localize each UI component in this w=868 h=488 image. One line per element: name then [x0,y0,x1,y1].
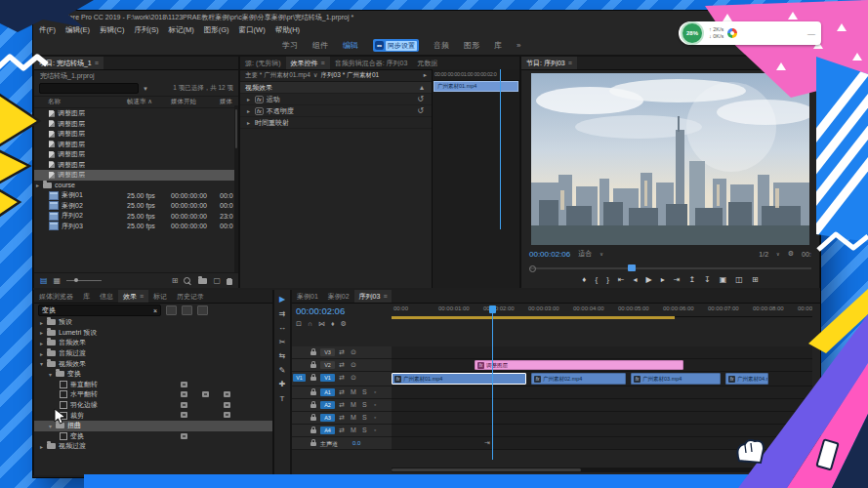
filter-funnel-icon[interactable]: ▼ [143,86,148,92]
lock-icon[interactable] [310,391,316,395]
playhead-marker[interactable] [489,305,496,313]
go-to-in-button[interactable]: ⇤ [618,275,625,284]
tab-audio-clip-mixer[interactable]: 音频剪辑混合器: 序列03 [330,57,413,69]
scroll-knob-icon[interactable] [812,399,818,405]
project-item-adjustment-layer[interactable]: 调整图层 [34,119,238,130]
project-item-sequence[interactable]: 序列03 25.00 fps 00:00:00:00 00:0 [34,222,238,232]
menu-clip[interactable]: 剪辑(C) [100,25,124,35]
tree-item-transform-effect[interactable]: 变换 [34,431,272,442]
find-icon[interactable] [184,277,190,284]
workspace-tab-audio[interactable]: 音频 [434,40,449,51]
clip-video-03[interactable]: fx 广州素材03.mp4 [631,373,721,385]
tree-item-crop[interactable]: 裁剪 [34,410,272,421]
workspace-overflow-button[interactable]: » [517,41,520,50]
clip-source-label[interactable]: 主要 * 广州素材01.mp4 [245,71,310,80]
widget-minimize-button[interactable]: — [807,29,815,38]
snap-magnet-icon[interactable]: ∩ [308,320,312,328]
project-item-sequence[interactable]: 序列02 25.00 fps 00:00:00:00 23:0 [34,211,238,222]
collapse-icon[interactable]: ▴ [420,83,424,92]
workspace-tab-libraries[interactable]: 库 [494,40,502,51]
lock-icon[interactable] [310,404,316,408]
voiceover-record-icon[interactable]: ◦ [374,401,376,408]
workspace-tab-editing[interactable]: 编辑 [343,40,358,51]
lock-icon[interactable] [310,417,316,421]
menu-file[interactable]: 件(F) [39,25,56,35]
menu-edit[interactable]: 编辑(E) [65,25,90,35]
hand-tool[interactable]: ✚ [279,380,286,388]
project-item-adjustment-layer[interactable]: 调整图层 [34,160,238,171]
extract-button[interactable]: ↧ [704,275,711,284]
voiceover-record-icon[interactable]: ◦ [374,427,376,433]
tree-item-transform-bin[interactable]: ▾变换 [34,369,272,380]
track-v1-lane[interactable]: fx 广州素材01.mp4 fx 广州素材02.mp4 fx 广州素材03.mp… [392,372,812,386]
scroll-knob-icon[interactable] [812,387,818,393]
tree-item-audio-transitions[interactable]: ▸音频过渡 [34,348,272,359]
effects-search-input[interactable]: 变换 × [38,305,161,316]
track-master-lane[interactable]: ⇥ [392,437,812,450]
fit-dropdown[interactable]: 适合 [578,249,592,259]
tab-sequence-case02[interactable]: 案例02 [323,290,354,303]
yuv-effects-filter-icon[interactable] [197,305,208,315]
settings-wrench-icon[interactable]: ⚙ [788,250,794,258]
expander-icon[interactable]: ▸ [34,182,41,188]
mark-in-button[interactable]: { [595,275,598,284]
tree-item-feather-edges[interactable]: 羽化边缘 [34,400,272,411]
playback-resolution-dropdown[interactable]: 1/2 [759,251,768,258]
track-a4-header[interactable]: A4 ⇄ M S ◦ [292,425,392,437]
track-v2-header[interactable]: V2 ⇄ ⊙ [292,359,392,372]
tree-item-video-effects[interactable]: ▾视频效果 [34,358,272,369]
scrubber-track[interactable] [529,267,811,269]
track-a1-header[interactable]: A1 ⇄ M S ◦ [292,386,392,399]
workspace-tab-graphics[interactable]: 图形 [464,40,479,51]
effect-row-time-remapping[interactable]: ▸ 时间重映射 [240,117,432,129]
tab-markers[interactable]: 标记 [148,290,172,303]
project-item-adjustment-layer[interactable]: 调整图层 [34,129,238,140]
sync-lock-icon[interactable]: ⇄ [339,401,345,409]
project-item-sequence[interactable]: 案例01 25.00 fps 00:00:00:00 00:0 [34,190,238,201]
track-master-header[interactable]: 主声道 0.0 [292,437,392,450]
track-a2-lane[interactable] [392,399,812,412]
project-item-sequence[interactable]: 案例02 25.00 fps 00:00:00:00 00:0 [34,201,238,212]
fit-sequence-icon[interactable]: ⇥ [484,439,490,447]
project-item-adjustment-layer[interactable]: 调整图层 [34,149,238,160]
lift-button[interactable]: ↥ [688,275,695,284]
mute-button[interactable]: M [351,388,356,395]
source-patch-v1[interactable]: V1 [293,374,306,382]
playhead-line[interactable] [492,313,493,460]
voiceover-record-icon[interactable]: ◦ [374,388,376,395]
tab-source-monitor[interactable]: 源: (无剪辑) [240,57,286,69]
work-area-bar[interactable] [392,316,675,319]
comparison-view-button[interactable]: ◫ [735,275,743,284]
sync-lock-icon[interactable]: ⇄ [339,374,345,382]
clear-search-icon[interactable]: × [153,307,157,314]
accelerated-effects-filter-icon[interactable] [166,305,177,315]
track-select-forward-tool[interactable]: ⇉ [279,309,286,318]
new-bin-button[interactable] [198,278,207,284]
menu-graphics[interactable]: 图形(G) [204,25,229,35]
chevron-right-icon[interactable]: ▸ [424,71,427,79]
track-a1-lane[interactable] [392,386,812,399]
track-v1-header[interactable]: V1 V1 ⇄ ⊙ [292,372,392,386]
type-tool[interactable]: T [280,394,285,403]
workspace-tab-learning[interactable]: 学习 [282,40,298,51]
project-item-adjustment-layer-selected[interactable]: 调整图层 [34,170,238,181]
32bit-effects-filter-icon[interactable] [182,305,192,315]
solo-button[interactable]: S [362,414,367,421]
tab-project[interactable]: 项目: 完结转场_1 ≡ [34,57,103,69]
clip-video-04[interactable]: fx 广州素材04.m [725,373,768,385]
add-marker-button[interactable]: ♦ [582,275,586,284]
zoom-handle-icon[interactable] [529,265,536,272]
lock-icon[interactable] [310,377,316,381]
timeline-horizontal-scrollbar[interactable] [392,468,812,472]
video-effects-section[interactable]: 视频效果 ▴ [240,82,432,94]
clip-video-02[interactable]: fx 广州素材02.mp4 [531,373,626,385]
mute-button[interactable]: M [351,414,356,421]
tree-item-video-transitions[interactable]: ▸视频过渡 [34,441,272,452]
lock-icon[interactable] [310,351,316,355]
reset-effect-icon[interactable]: ↺ [417,106,424,115]
timeline-settings-icon[interactable]: ⚙ [340,320,346,328]
mark-out-button[interactable]: } [606,275,609,284]
creative-cloud-sync-badge[interactable]: ∞ 同步设置 [373,39,419,52]
panel-menu-icon[interactable]: ≡ [568,60,572,66]
effect-row-opacity[interactable]: ▸ fx 不透明度 ↺ [240,105,432,117]
